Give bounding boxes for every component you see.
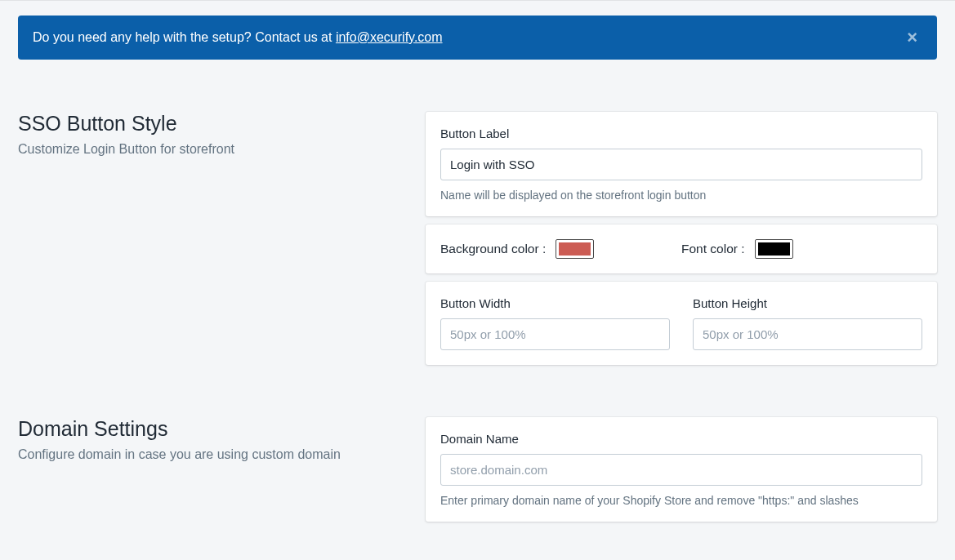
domain-name-card: Domain Name Enter primary domain name of…	[426, 417, 937, 522]
contact-email-link[interactable]: info@xecurify.com	[336, 30, 443, 44]
button-height-input[interactable]	[693, 318, 922, 350]
domain-settings-section: Domain Settings Configure domain in case…	[18, 417, 937, 530]
bg-color-swatch-inner	[559, 242, 591, 256]
button-label-helper: Name will be displayed on the storefront…	[440, 189, 922, 202]
domain-name-input[interactable]	[440, 454, 922, 486]
domain-name-label: Domain Name	[440, 432, 922, 446]
alert-text: Do you need any help with the setup? Con…	[33, 30, 443, 45]
colors-card: Background color : Font color :	[426, 224, 937, 273]
sso-section-title: SSO Button Style	[18, 112, 406, 136]
button-label-label: Button Label	[440, 127, 922, 140]
bg-color-picker[interactable]	[556, 239, 594, 259]
alert-text-prefix: Do you need any help with the setup? Con…	[33, 30, 336, 44]
close-icon[interactable]: ×	[902, 29, 922, 47]
sso-section-subtitle: Customize Login Button for storefront	[18, 142, 406, 157]
button-width-label: Button Width	[440, 296, 670, 310]
button-label-input[interactable]	[440, 149, 922, 180]
bg-color-label: Background color :	[440, 242, 546, 256]
button-width-input[interactable]	[440, 318, 670, 350]
domain-name-helper: Enter primary domain name of your Shopif…	[440, 494, 922, 507]
font-color-picker[interactable]	[755, 239, 793, 259]
domain-section-title: Domain Settings	[18, 417, 406, 441]
domain-section-subtitle: Configure domain in case you are using c…	[18, 447, 406, 462]
sso-button-style-section: SSO Button Style Customize Login Button …	[18, 112, 937, 373]
button-height-label: Button Height	[693, 296, 922, 310]
font-color-swatch-inner	[758, 242, 790, 256]
button-label-card: Button Label Name will be displayed on t…	[426, 112, 937, 216]
help-alert: Do you need any help with the setup? Con…	[18, 16, 937, 60]
dimensions-card: Button Width Button Height	[426, 282, 937, 365]
font-color-label: Font color :	[681, 242, 745, 256]
